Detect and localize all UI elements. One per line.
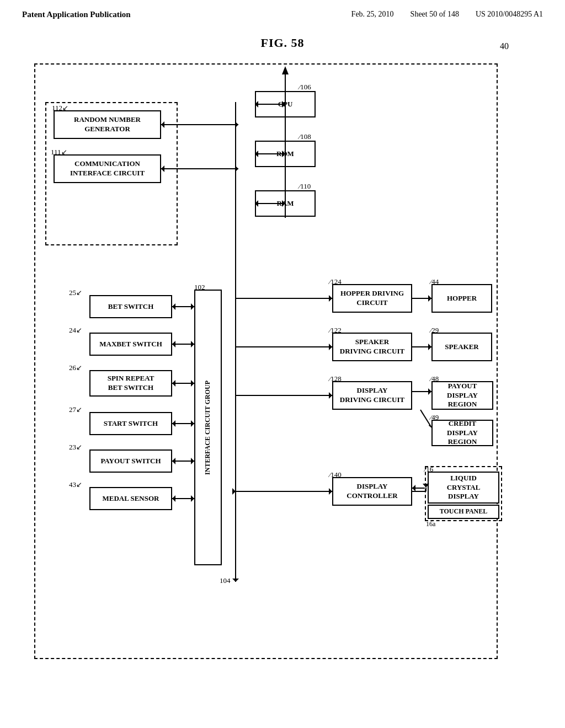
cpu-block: CPU <box>255 91 316 117</box>
interface-group-block: INTERFACE CIRCUIT GROUP <box>194 290 222 565</box>
interface-ref: 102 <box>194 283 205 292</box>
page-header: Patent Application Publication Feb. 25, … <box>0 0 565 19</box>
header-sheet: Sheet 50 of 148 <box>411 10 459 19</box>
display-circuit-ref: ∕128 <box>329 374 342 383</box>
rom-block: ROM <box>255 141 316 167</box>
ram-ref: ∕110 <box>299 182 311 191</box>
start-ref: 27↙ <box>69 405 82 414</box>
start-switch-block: START SWITCH <box>89 412 172 435</box>
header-date: Feb. 25, 2010 <box>351 10 394 19</box>
credit-display-ref: ∕49 <box>430 413 439 422</box>
payout-switch-block: PAYOUT SWITCH <box>89 449 172 473</box>
lcd-ref: ∕16 <box>425 465 433 474</box>
display-circuit-block: DISPLAYDRIVING CIRCUIT <box>332 381 412 410</box>
touch-panel-block: TOUCH PANEL <box>428 505 499 519</box>
display-controller-block: DISPLAYCONTROLLER <box>332 477 412 506</box>
cpu-ref: ∕106 <box>299 83 311 92</box>
figure-label: FIG. 58 <box>260 36 304 50</box>
maxbet-block: MAXBET SWITCH <box>89 333 172 356</box>
bet-ref: 25↙ <box>69 288 82 297</box>
speaker-circuit-block: SPEAKERDRIVING CIRCUIT <box>332 333 412 361</box>
maxbet-ref: 24↙ <box>69 326 82 335</box>
ram-block: RAM <box>255 190 316 217</box>
speaker-circuit-ref: ∕122 <box>329 326 342 335</box>
hopper-circuit-ref: ∕124 <box>329 277 342 286</box>
lcd-block: LIQUIDCRYSTALDISPLAY <box>428 472 499 504</box>
comm-ref: 111↙ <box>51 148 67 157</box>
credit-display-block: CREDIT DISPLAYREGION <box>431 420 493 446</box>
bus-node-ref: 104 <box>220 576 231 585</box>
medal-ref: 43↙ <box>69 480 82 489</box>
speaker-ref: ∕29 <box>430 326 439 335</box>
ref-40: 40 <box>500 41 509 51</box>
display-controller-ref: ∕140 <box>329 470 342 479</box>
publication-label: Patent Application Publication <box>22 10 131 19</box>
rng-block: RANDOM NUMBERGENERATOR <box>54 110 161 139</box>
hopper-block: HOPPER <box>431 284 492 313</box>
spin-ref: 26↙ <box>69 363 82 372</box>
payout-switch-ref: 23↙ <box>69 443 82 452</box>
hopper-circuit-block: HOPPER DRIVINGCIRCUIT <box>332 284 412 313</box>
rom-ref: ∕108 <box>299 132 311 141</box>
spin-repeat-block: SPIN REPEATBET SWITCH <box>89 370 172 397</box>
touch-ref: 16a <box>426 520 435 528</box>
medal-sensor-block: MEDAL SENSOR <box>89 487 172 510</box>
hopper-ref: ∕44 <box>430 277 439 286</box>
diagram-area: FIG. 58 40 CPU ∕106 ROM ∕108 RAM ∕110 RA… <box>23 30 542 692</box>
header-patent: US 2010/0048295 A1 <box>476 10 543 19</box>
rng-ref: 112↙ <box>52 104 68 113</box>
comm-block: COMMUNICATIONINTERFACE CIRCUIT <box>54 154 161 183</box>
header-meta: Feb. 25, 2010 Sheet 50 of 148 US 2010/00… <box>351 10 543 19</box>
speaker-block: SPEAKER <box>431 333 492 361</box>
bet-switch-block: BET SWITCH <box>89 295 172 318</box>
payout-display-ref: ∕48 <box>430 374 439 383</box>
payout-display-block: PAYOUTDISPLAY REGION <box>431 381 493 410</box>
